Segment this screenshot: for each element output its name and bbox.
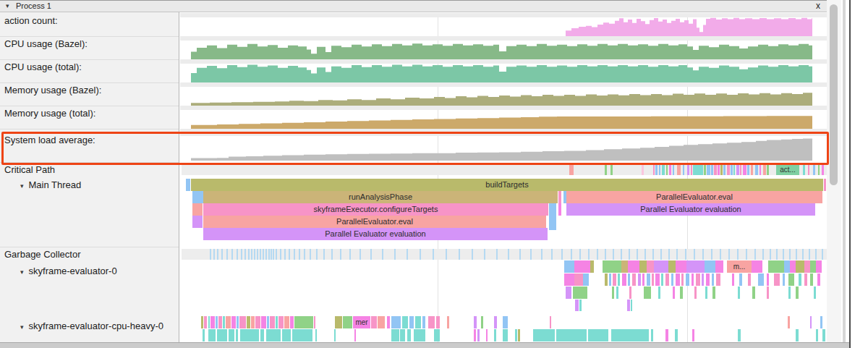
slice[interactable] xyxy=(310,249,311,260)
slice[interactable] xyxy=(402,316,408,328)
slice[interactable] xyxy=(691,164,692,175)
slice[interactable] xyxy=(768,260,784,273)
slice[interactable] xyxy=(551,249,553,260)
slice[interactable] xyxy=(799,273,801,286)
slice[interactable] xyxy=(810,273,813,286)
slice[interactable] xyxy=(276,316,278,328)
slice[interactable] xyxy=(340,249,341,260)
slice[interactable] xyxy=(788,316,790,328)
slice[interactable] xyxy=(687,164,689,175)
panel-splitter[interactable] xyxy=(843,0,846,342)
counter-chart-1[interactable] xyxy=(182,41,827,59)
slice[interactable] xyxy=(588,329,608,341)
slice[interactable] xyxy=(579,300,582,311)
slice[interactable] xyxy=(671,273,673,286)
slice[interactable] xyxy=(668,260,676,273)
slice[interactable] xyxy=(530,249,532,260)
slice[interactable] xyxy=(661,273,663,286)
slice[interactable] xyxy=(382,249,383,260)
slice[interactable] xyxy=(714,164,717,175)
slice[interactable] xyxy=(204,316,207,328)
flame-bar-parallel-evaluator-evaluation[interactable]: Parallel Evaluator evaluation xyxy=(203,228,548,240)
slice[interactable] xyxy=(276,249,277,260)
slice[interactable] xyxy=(579,249,581,260)
slice[interactable] xyxy=(652,249,654,260)
slice[interactable] xyxy=(571,249,572,260)
slice[interactable] xyxy=(796,249,797,260)
slice[interactable] xyxy=(804,273,807,286)
slice[interactable] xyxy=(266,329,281,341)
slice[interactable] xyxy=(605,249,606,260)
slice[interactable] xyxy=(605,273,608,286)
slice[interactable] xyxy=(739,273,742,286)
flame-bar-slice[interactable] xyxy=(192,216,203,228)
slice[interactable] xyxy=(237,316,239,328)
slice[interactable] xyxy=(810,316,812,328)
slice[interactable] xyxy=(637,249,638,260)
slice[interactable] xyxy=(239,316,246,328)
slice[interactable] xyxy=(788,287,791,299)
counter-chart-3[interactable] xyxy=(182,87,827,106)
slice[interactable] xyxy=(208,316,210,328)
slice[interactable] xyxy=(736,164,739,175)
slice[interactable] xyxy=(789,249,791,260)
slice[interactable] xyxy=(738,287,740,299)
slice[interactable] xyxy=(203,329,205,341)
slice[interactable] xyxy=(260,329,264,341)
slice[interactable] xyxy=(716,273,720,286)
slice[interactable] xyxy=(712,287,715,299)
slice[interactable] xyxy=(447,316,449,328)
slice[interactable] xyxy=(694,249,695,260)
flame-bar-slice[interactable] xyxy=(192,203,203,216)
counter-chart-4[interactable] xyxy=(182,110,827,129)
thread-row-label-critical-path[interactable]: Critical Path xyxy=(4,164,55,175)
slice[interactable] xyxy=(770,249,771,260)
slice[interactable] xyxy=(400,329,405,341)
slice[interactable] xyxy=(655,273,660,286)
slice[interactable] xyxy=(629,287,631,299)
slice[interactable] xyxy=(226,249,228,260)
slice[interactable] xyxy=(292,329,312,341)
slice[interactable] xyxy=(436,316,440,328)
slice[interactable] xyxy=(642,273,644,286)
flame-bar-slice[interactable] xyxy=(558,191,561,203)
slice[interactable] xyxy=(231,249,233,260)
slice[interactable] xyxy=(278,316,284,328)
slice[interactable] xyxy=(334,329,336,341)
slice[interactable] xyxy=(665,273,669,286)
flame-bar-parallelevaluator-eval[interactable]: ParallelEvaluator.eval xyxy=(566,191,822,203)
slice[interactable] xyxy=(723,164,726,175)
slice[interactable] xyxy=(284,316,289,328)
counter-chart-2[interactable] xyxy=(182,64,827,82)
slice[interactable] xyxy=(796,260,804,273)
slice[interactable] xyxy=(647,273,650,286)
slice[interactable] xyxy=(268,249,270,260)
slice[interactable] xyxy=(414,329,425,341)
slice[interactable] xyxy=(704,164,706,175)
slice[interactable] xyxy=(628,273,630,286)
slice[interactable] xyxy=(217,249,218,260)
slice[interactable] xyxy=(644,249,646,260)
vertical-scrollbar-thumb[interactable] xyxy=(830,4,838,185)
slice[interactable] xyxy=(236,329,238,341)
slice[interactable] xyxy=(702,249,704,260)
slice[interactable] xyxy=(241,249,242,260)
slice[interactable] xyxy=(702,273,704,286)
slice[interactable] xyxy=(675,329,678,341)
slice[interactable] xyxy=(639,260,647,273)
slice[interactable] xyxy=(290,316,294,328)
slice[interactable] xyxy=(783,249,784,260)
slice[interactable] xyxy=(566,287,571,299)
slice[interactable] xyxy=(237,249,238,260)
slice[interactable] xyxy=(692,273,694,286)
slice[interactable] xyxy=(790,260,796,273)
collapse-triangle-icon[interactable]: ▾ xyxy=(20,182,24,190)
slice[interactable] xyxy=(574,260,590,273)
thread-row-label-garbage-collector[interactable]: Garbage Collector xyxy=(4,249,81,260)
slice[interactable] xyxy=(590,260,594,273)
slice[interactable] xyxy=(822,329,825,341)
slice[interactable] xyxy=(244,249,246,260)
slice[interactable] xyxy=(654,260,668,273)
slice[interactable] xyxy=(391,316,401,328)
slice[interactable] xyxy=(760,164,761,175)
